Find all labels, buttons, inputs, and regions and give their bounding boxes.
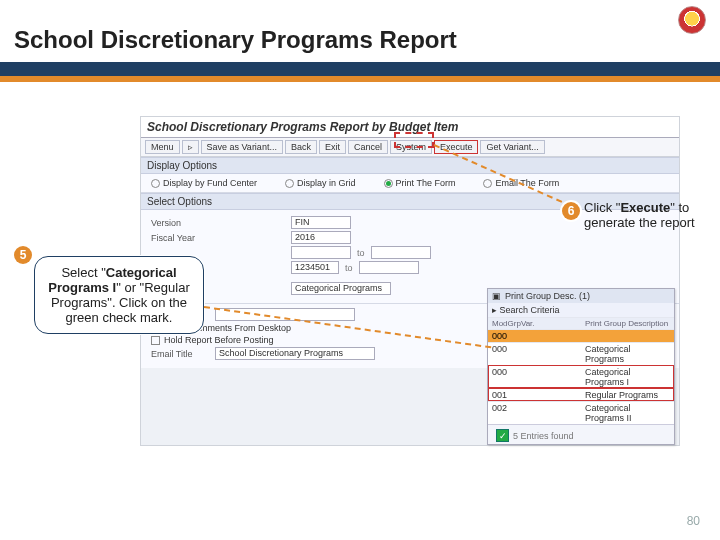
popup-row-2[interactable]: 000Categorical Programs I <box>488 365 674 388</box>
popup-row-4[interactable]: 002Categorical Programs II <box>488 401 674 424</box>
app-window-title: School Discretionary Programs Report by … <box>141 117 679 138</box>
district-logo <box>678 6 706 34</box>
sap-app-window: School Discretionary Programs Report by … <box>140 116 680 446</box>
popup-search-criteria[interactable]: ▸ Search Criteria <box>488 303 674 317</box>
input-version[interactable]: FIN <box>291 216 351 229</box>
toolbar: Menu ▹ Save as Variant... Back Exit Canc… <box>141 138 679 157</box>
exit-button[interactable]: Exit <box>319 140 346 154</box>
email-title-label: Email Title <box>151 349 211 359</box>
step-badge-6: 6 <box>562 202 580 220</box>
toolbar-play-icon[interactable]: ▹ <box>182 140 199 154</box>
input-range1-from[interactable] <box>291 246 351 259</box>
popup-columns: ModGrpVar.Print Group Description <box>488 317 674 329</box>
back-button[interactable]: Back <box>285 140 317 154</box>
radio-display-grid[interactable]: Display in Grid <box>285 178 356 188</box>
title-bar-navy <box>0 62 720 76</box>
menu-button[interactable]: Menu <box>145 140 180 154</box>
system-button[interactable]: System <box>390 140 432 154</box>
title-bar-orange <box>0 76 720 82</box>
popup-row-0[interactable]: 000 <box>488 329 674 342</box>
input-fund-center-to[interactable] <box>359 261 419 274</box>
slide: School Discretionary Programs Report Sch… <box>0 0 720 540</box>
check-icon[interactable]: ✓ <box>496 429 509 442</box>
callout-6-text: Click "Execute" to generate the report <box>584 200 710 230</box>
page-title: School Discretionary Programs Report <box>14 26 457 54</box>
save-variant-button[interactable]: Save as Variant... <box>201 140 283 154</box>
cancel-button[interactable]: Cancel <box>348 140 388 154</box>
input-program-group[interactable]: Categorical Programs <box>291 282 391 295</box>
page-number: 80 <box>687 514 700 528</box>
callout-5-bubble: Select "Categorical Programs I" or "Regu… <box>34 256 204 334</box>
popup-row-1[interactable]: 000Categorical Programs <box>488 342 674 365</box>
radio-by-fund-center[interactable]: Display by Fund Center <box>151 178 257 188</box>
popup-title: ▣Print Group Desc. (1) <box>488 289 674 303</box>
email-title-input[interactable]: School Discretionary Programs <box>215 347 375 360</box>
label-fiscal-year: Fiscal Year <box>151 233 291 243</box>
input-range1-to[interactable] <box>371 246 431 259</box>
radio-print-form[interactable]: Print The Form <box>384 178 456 188</box>
label-version: Version <box>151 218 291 228</box>
input-fund-center-from[interactable]: 1234501 <box>291 261 339 274</box>
step-badge-5: 5 <box>14 246 32 264</box>
get-variant-button[interactable]: Get Variant... <box>480 140 544 154</box>
input-fiscal-year[interactable]: 2016 <box>291 231 351 244</box>
print-group-search-popup: ▣Print Group Desc. (1) ▸ Search Criteria… <box>487 288 675 445</box>
display-options-row: Display by Fund Center Display in Grid P… <box>141 174 679 193</box>
display-options-header: Display Options <box>141 157 679 174</box>
popup-footer: ✓5 Entries found <box>488 424 674 444</box>
popup-row-3[interactable]: 001Regular Programs <box>488 388 674 401</box>
